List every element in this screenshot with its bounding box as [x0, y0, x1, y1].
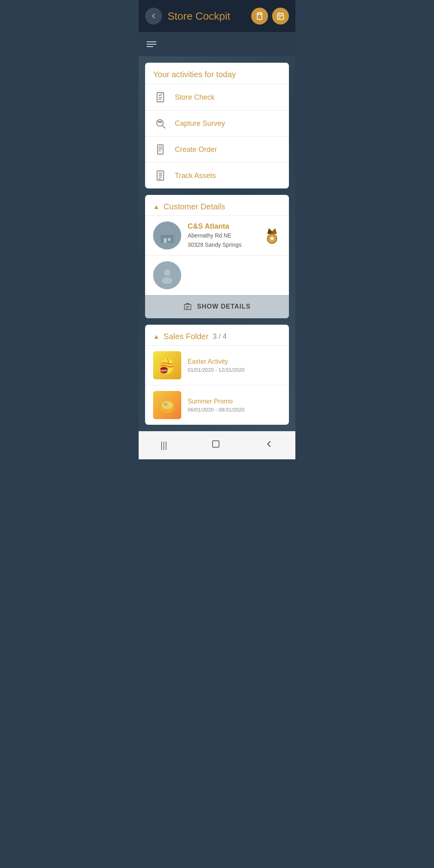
sales-folder-count: 3 / 4	[213, 332, 227, 341]
svg-rect-13	[158, 121, 159, 122]
folder-name-summer: Summer Promo	[188, 398, 281, 405]
svg-point-35	[164, 269, 171, 276]
folder-name-easter: Easter Activity	[188, 358, 281, 365]
menu-icon[interactable]	[147, 41, 156, 47]
main-content: Your activities for today Store Check	[139, 56, 295, 431]
header-icons	[251, 8, 289, 25]
activities-card: Your activities for today Store Check	[145, 63, 289, 188]
sales-folder-title: Sales Folder	[164, 332, 209, 341]
capture-survey-label: Capture Survey	[175, 119, 225, 128]
nav-home-button[interactable]	[203, 437, 229, 454]
track-assets-label: Track Assets	[175, 172, 216, 180]
svg-point-47	[164, 403, 168, 406]
folder-date-easter: 01/01/2020 - 12/31/2020	[188, 367, 281, 373]
activity-track-assets[interactable]: Track Assets	[145, 162, 289, 188]
store-avatar	[153, 221, 181, 250]
customer-section-header: ▲ Customer Details	[145, 195, 289, 215]
customer-store-row: C&S Atlanta Abernathy Rd NE 30328 Sandy …	[145, 215, 289, 255]
back-button[interactable]	[145, 8, 162, 25]
folder-info-easter: Easter Activity 01/01/2020 - 12/31/2020	[188, 358, 281, 373]
medal-icon	[263, 227, 281, 244]
create-order-label: Create Order	[175, 145, 217, 154]
activity-create-order[interactable]: Create Order	[145, 136, 289, 162]
sales-folder-header: ▲ Sales Folder 3 / 4	[145, 325, 289, 345]
svg-rect-48	[213, 441, 219, 447]
svg-marker-38	[184, 303, 191, 305]
summer-thumbnail	[153, 391, 181, 419]
sales-folder-card: ▲ Sales Folder 3 / 4 Apples	[145, 325, 289, 425]
store-check-icon	[153, 90, 168, 104]
folder-date-summer: 06/01/2020 - 08/31/2020	[188, 407, 281, 413]
svg-rect-37	[184, 305, 191, 310]
svg-rect-8	[157, 92, 164, 102]
capture-survey-icon	[153, 116, 168, 131]
svg-rect-24	[160, 235, 174, 243]
bottom-navigation: |||	[139, 431, 295, 459]
activities-title: Your activities for today	[145, 63, 289, 84]
svg-marker-25	[159, 229, 175, 235]
customer-details-card: ▲ Customer Details C&S Atlanta Abernathy…	[145, 195, 289, 318]
home-icon	[211, 439, 221, 449]
page-title: Store Cockpit	[168, 10, 230, 23]
svg-point-36	[162, 277, 173, 284]
document-icon-button[interactable]	[251, 8, 268, 25]
person-avatar	[153, 261, 181, 289]
store-check-label: Store Check	[175, 93, 215, 102]
customer-address-line2: 30328 Sandy Springs	[188, 241, 257, 249]
show-details-button[interactable]: SHOW DETAILS	[145, 295, 289, 318]
nav-back-button[interactable]	[256, 437, 282, 454]
create-order-icon	[153, 142, 168, 157]
contact-person-row	[145, 255, 289, 295]
sales-folder-chevron-icon[interactable]: ▲	[153, 333, 160, 340]
activity-capture-survey[interactable]: Capture Survey	[145, 110, 289, 136]
calendar-icon-button[interactable]	[272, 8, 289, 25]
folder-info-summer: Summer Promo 06/01/2020 - 08/31/2020	[188, 398, 281, 413]
svg-line-12	[162, 125, 165, 128]
customer-chevron-icon[interactable]: ▲	[153, 203, 160, 211]
svg-rect-26	[164, 238, 167, 243]
app-header: Store Cockpit	[139, 0, 295, 32]
svg-rect-14	[160, 121, 161, 122]
customer-name: C&S Atlanta	[188, 222, 257, 231]
customer-address-line1: Abernathy Rd NE	[188, 231, 257, 240]
customer-section-title: Customer Details	[164, 202, 225, 211]
nav-recent-apps-button[interactable]: |||	[152, 438, 175, 453]
recent-apps-icon: |||	[160, 440, 167, 450]
folder-item-summer[interactable]: Summer Promo 06/01/2020 - 08/31/2020	[145, 385, 289, 425]
sub-header	[139, 32, 295, 56]
header-left: Store Cockpit	[145, 8, 230, 25]
svg-text:Apples: Apples	[159, 369, 168, 372]
show-details-label: SHOW DETAILS	[197, 303, 250, 310]
customer-info: C&S Atlanta Abernathy Rd NE 30328 Sandy …	[188, 222, 257, 249]
activity-store-check[interactable]: Store Check	[145, 84, 289, 110]
svg-rect-15	[158, 145, 163, 154]
folder-item-easter[interactable]: Apples Easter Activity 01/01/2020 - 12/3…	[145, 345, 289, 385]
back-nav-icon	[264, 439, 274, 449]
svg-rect-27	[168, 238, 171, 241]
easter-thumbnail: Apples	[153, 351, 181, 379]
track-assets-icon	[153, 168, 168, 183]
